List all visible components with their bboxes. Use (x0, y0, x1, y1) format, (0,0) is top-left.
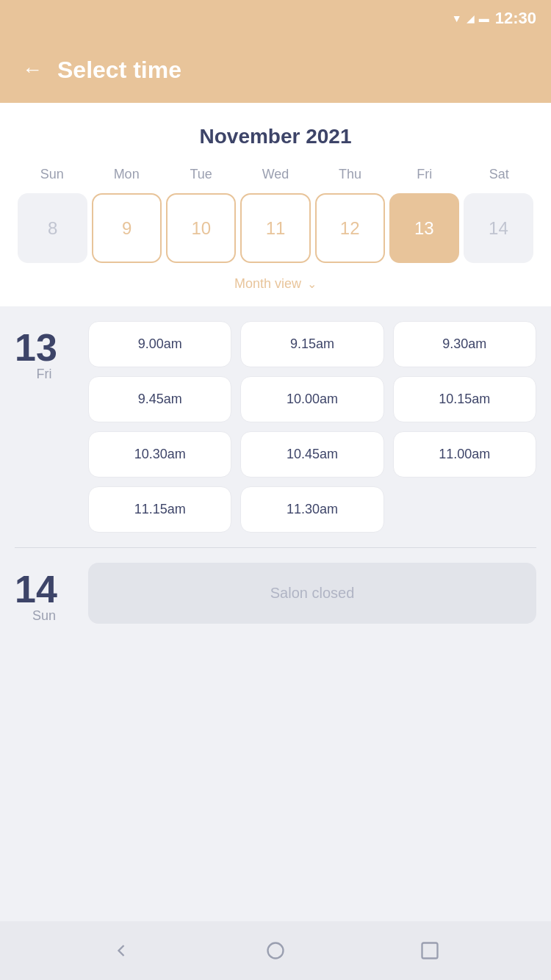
day-header-sun: Sun (15, 163, 89, 186)
date-10[interactable]: 10 (166, 193, 236, 263)
day-header-mon: Mon (89, 163, 163, 186)
calendar-section: November 2021 Sun Mon Tue Wed Thu Fri Sa… (0, 103, 551, 306)
day-section-14: 14 Sun Salon closed (15, 563, 536, 624)
day-label-13: 13 Fri (15, 321, 73, 382)
slot-10-45am[interactable]: 10.45am (240, 431, 383, 478)
page-title: Select time (57, 57, 181, 84)
day-header-tue: Tue (164, 163, 238, 186)
status-bar: ▼ ◢ ▬ 12:30 (0, 0, 551, 37)
battery-icon: ▬ (479, 12, 489, 24)
date-9[interactable]: 9 (92, 193, 162, 263)
date-12[interactable]: 12 (315, 193, 385, 263)
slot-11-15am[interactable]: 11.15am (88, 486, 231, 533)
day-header-thu: Thu (313, 163, 387, 186)
day-header-sat: Sat (462, 163, 536, 186)
day-section-13: 13 Fri 9.00am 9.15am 9.30am 9.45am 10.00… (15, 321, 536, 533)
nav-recent-button[interactable] (415, 936, 444, 965)
date-13[interactable]: 13 (389, 193, 459, 263)
time-slots-section: 13 Fri 9.00am 9.15am 9.30am 9.45am 10.00… (0, 306, 551, 921)
chevron-down-icon: ⌄ (307, 277, 317, 291)
slot-9-30am[interactable]: 9.30am (393, 321, 536, 367)
back-button[interactable]: ← (22, 58, 43, 82)
day-number-14: 14 (15, 570, 73, 608)
back-nav-icon (111, 940, 132, 961)
slot-9-00am[interactable]: 9.00am (88, 321, 231, 367)
recent-nav-icon (419, 940, 440, 961)
day-headers: Sun Mon Tue Wed Thu Fri Sat (15, 163, 536, 186)
calendar-dates: 8 9 10 11 12 13 14 (15, 193, 536, 263)
slot-10-00am[interactable]: 10.00am (240, 376, 383, 422)
status-time: 12:30 (495, 9, 536, 28)
day-divider (15, 547, 536, 548)
slot-10-15am[interactable]: 10.15am (393, 376, 536, 422)
nav-back-button[interactable] (107, 936, 136, 965)
slot-9-15am[interactable]: 9.15am (240, 321, 383, 367)
day-header-wed: Wed (238, 163, 312, 186)
day-label-14: 14 Sun (15, 563, 73, 624)
date-14: 14 (464, 193, 533, 263)
month-title: November 2021 (15, 125, 536, 148)
date-8: 8 (18, 193, 87, 263)
slot-9-45am[interactable]: 9.45am (88, 376, 231, 422)
signal-icon: ◢ (467, 12, 475, 24)
month-view-label: Month view (234, 276, 301, 292)
day-number-13: 13 (15, 328, 73, 367)
slot-11-00am[interactable]: 11.00am (393, 431, 536, 478)
bottom-nav (0, 921, 551, 980)
nav-home-button[interactable] (261, 936, 290, 965)
day-header-fri: Fri (387, 163, 461, 186)
slot-10-30am[interactable]: 10.30am (88, 431, 231, 478)
month-view-toggle[interactable]: Month view ⌄ (15, 276, 536, 292)
svg-point-0 (268, 943, 284, 959)
svg-rect-1 (422, 943, 438, 959)
home-nav-icon (265, 940, 286, 961)
slots-grid-13: 9.00am 9.15am 9.30am 9.45am 10.00am 10.1… (88, 321, 536, 533)
date-11[interactable]: 11 (240, 193, 310, 263)
salon-closed-slot: Salon closed (88, 563, 536, 624)
day-name-14: Sun (15, 608, 73, 624)
slot-11-30am[interactable]: 11.30am (240, 486, 383, 533)
app-header: ← Select time (0, 37, 551, 103)
wifi-icon: ▼ (452, 12, 462, 24)
day-name-13: Fri (15, 367, 73, 382)
status-icons: ▼ ◢ ▬ (452, 12, 489, 24)
